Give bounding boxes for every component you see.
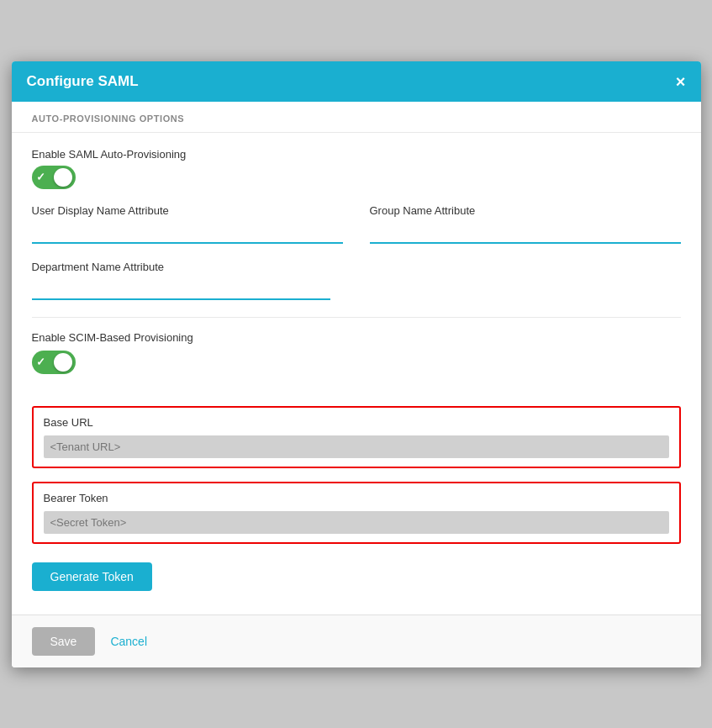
department-name-input[interactable] [32, 278, 330, 300]
enable-scim-toggle[interactable]: ✓ [32, 351, 76, 374]
enable-saml-label: Enable SAML Auto-Provisioning [32, 148, 681, 161]
cancel-button[interactable]: Cancel [110, 635, 147, 648]
modal-header: Configure SAML × [12, 61, 701, 102]
user-display-name-col: User Display Name Attribute [32, 204, 343, 244]
enable-saml-toggle-wrapper: ✓ [32, 166, 681, 189]
group-name-label: Group Name Attribute [370, 204, 681, 217]
toggle-thumb [54, 168, 72, 187]
toggle-check-icon: ✓ [36, 171, 45, 183]
scim-section: Base URL Bearer Token Generate Token [12, 398, 701, 615]
close-button[interactable]: × [676, 73, 686, 90]
section-label: AUTO-PROVISIONING OPTIONS [12, 102, 701, 133]
base-url-input[interactable] [44, 435, 669, 458]
user-display-name-label: User Display Name Attribute [32, 204, 343, 217]
group-name-col: Group Name Attribute [370, 204, 681, 244]
modal-title: Configure SAML [27, 73, 139, 90]
user-display-name-input[interactable] [32, 222, 343, 244]
enable-scim-row: Enable SCIM-Based Provisioning [32, 331, 681, 344]
user-group-row: User Display Name Attribute Group Name A… [32, 204, 681, 244]
enable-scim-label: Enable SCIM-Based Provisioning [32, 331, 681, 344]
scim-toggle-track: ✓ [32, 351, 76, 374]
modal-footer: Save Cancel [12, 615, 701, 667]
auto-provisioning-section: Enable SAML Auto-Provisioning ✓ User Dis… [12, 133, 701, 398]
toggle-track: ✓ [32, 166, 76, 189]
base-url-label: Base URL [44, 416, 669, 429]
scim-toggle-thumb [54, 353, 72, 372]
save-button[interactable]: Save [32, 627, 96, 656]
modal-body: AUTO-PROVISIONING OPTIONS Enable SAML Au… [12, 102, 701, 615]
bearer-token-box: Bearer Token [32, 482, 681, 544]
group-name-input[interactable] [370, 222, 681, 244]
modal-overlay: Configure SAML × AUTO-PROVISIONING OPTIO… [0, 0, 712, 728]
department-name-section: Department Name Attribute [32, 261, 681, 300]
bearer-token-input[interactable] [44, 511, 669, 534]
generate-token-button[interactable]: Generate Token [32, 562, 152, 591]
configure-saml-modal: Configure SAML × AUTO-PROVISIONING OPTIO… [12, 61, 701, 667]
enable-scim-toggle-wrapper: ✓ [32, 351, 681, 374]
section-divider [32, 317, 681, 318]
enable-saml-toggle[interactable]: ✓ [32, 166, 76, 189]
department-name-label: Department Name Attribute [32, 261, 681, 273]
scim-toggle-check-icon: ✓ [36, 356, 45, 368]
bearer-token-label: Bearer Token [44, 492, 669, 504]
base-url-box: Base URL [32, 406, 681, 468]
